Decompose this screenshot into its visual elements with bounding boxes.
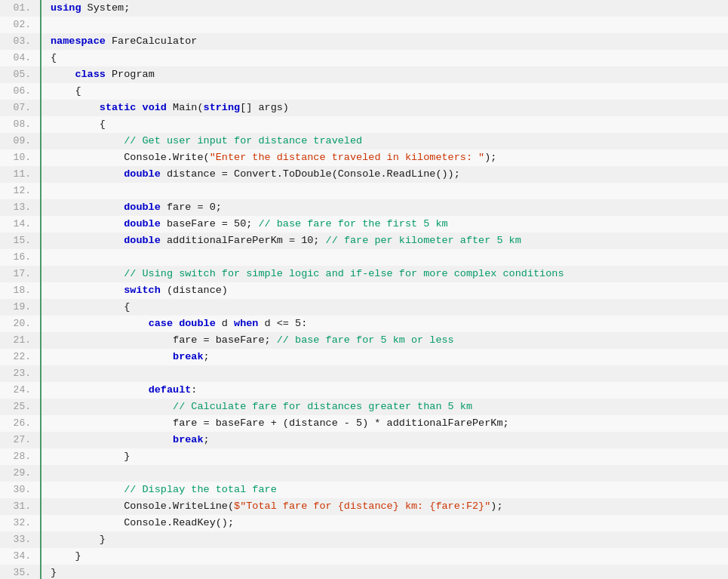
line-number: 02. [0, 17, 41, 33]
token-kw: class [75, 69, 106, 80]
token-normal: FareCalculator [106, 35, 198, 47]
line-number: 28. [0, 448, 41, 465]
line-content: { [41, 299, 728, 316]
line-content [41, 17, 728, 33]
code-line: 06. { [0, 83, 728, 100]
code-line: 29. [0, 465, 728, 482]
line-number: 06. [0, 83, 41, 100]
code-line: 01.using System; [0, 0, 728, 17]
line-number: 08. [0, 116, 41, 133]
token-normal [51, 318, 149, 329]
code-line: 23. [0, 365, 728, 382]
token-comment: // Display the total fare [124, 484, 277, 495]
code-line: 19. { [0, 299, 728, 316]
token-comment: // base fare for the first 5 km [258, 218, 447, 229]
code-line: 35.} [0, 565, 728, 579]
token-kw: string [204, 102, 241, 113]
code-line: 30. // Display the total fare [0, 482, 728, 498]
line-number: 19. [0, 299, 41, 316]
token-normal [51, 434, 173, 445]
line-content: double fare = 0; [41, 199, 728, 216]
line-content: double distance = Convert.ToDouble(Conso… [41, 166, 728, 183]
line-content: } [41, 548, 728, 565]
line-number: 31. [0, 498, 41, 515]
token-normal: d <= 5: [258, 318, 307, 329]
token-normal [51, 235, 124, 246]
code-line: 11. double distance = Convert.ToDouble(C… [0, 166, 728, 183]
token-normal: { [51, 119, 106, 130]
code-line: 03.namespace FareCalculator [0, 33, 728, 50]
token-kw: double [179, 318, 216, 329]
line-number: 24. [0, 382, 41, 399]
code-line: 24. default: [0, 382, 728, 399]
token-normal [51, 135, 124, 146]
code-line: 22. break; [0, 349, 728, 365]
token-normal [51, 484, 124, 495]
token-normal: [] args) [240, 102, 289, 113]
token-normal [51, 351, 173, 362]
token-comment: // fare per kilometer after 5 km [326, 235, 521, 246]
line-content: // Calculate fare for distances greater … [41, 399, 728, 415]
token-normal: ; [204, 434, 210, 445]
token-kw: default [149, 384, 192, 396]
token-kw: case [149, 318, 173, 329]
token-comment: // base fare for 5 km or less [277, 334, 454, 346]
line-content: Console.ReadKey(); [41, 515, 728, 531]
code-line: 05. class Program [0, 66, 728, 83]
token-normal: ); [490, 500, 502, 512]
token-kw: static [100, 102, 137, 113]
token-normal [51, 401, 173, 412]
line-number: 29. [0, 465, 41, 482]
line-content: { [41, 50, 728, 66]
token-normal: fare = baseFare + (distance - 5) * addit… [51, 417, 509, 429]
code-line: 28. } [0, 448, 728, 465]
line-number: 04. [0, 50, 41, 66]
code-line: 27. break; [0, 432, 728, 448]
line-content: break; [41, 349, 728, 365]
line-content: using System; [41, 0, 728, 17]
code-line: 08. { [0, 116, 728, 133]
token-normal: } [51, 534, 106, 545]
token-kw: double [124, 235, 161, 246]
token-normal [51, 168, 124, 180]
token-normal: d [216, 318, 234, 329]
token-normal: System; [81, 2, 131, 14]
token-normal: fare = 0; [161, 202, 222, 213]
token-normal: } [51, 567, 57, 578]
token-string: $"Total fare for {distance} km: {fare:F2… [234, 500, 490, 512]
code-line: 14. double baseFare = 50; // base fare f… [0, 216, 728, 233]
token-normal: Main( [167, 102, 204, 113]
line-number: 07. [0, 100, 41, 116]
code-line: 25. // Calculate fare for distances grea… [0, 399, 728, 415]
token-normal: } [51, 451, 130, 462]
token-normal: distance = Convert.ToDouble(Console.Read… [161, 168, 460, 180]
code-line: 15. double additionalFarePerKm = 10; // … [0, 233, 728, 249]
token-normal: baseFare = 50; [161, 218, 259, 229]
line-content: Console.WriteLine($"Total fare for {dist… [41, 498, 728, 515]
line-number: 21. [0, 332, 41, 349]
token-normal [51, 102, 100, 113]
line-content: // Using switch for simple logic and if-… [41, 266, 728, 282]
line-number: 25. [0, 399, 41, 415]
line-content: double baseFare = 50; // base fare for t… [41, 216, 728, 233]
line-content: // Display the total fare [41, 482, 728, 498]
token-normal: { [51, 52, 57, 63]
line-content: { [41, 116, 728, 133]
token-normal: (distance) [161, 285, 228, 296]
line-number: 27. [0, 432, 41, 448]
code-line: 31. Console.WriteLine($"Total fare for {… [0, 498, 728, 515]
code-editor: 01.using System;02.03.namespace FareCalc… [0, 0, 728, 579]
line-number: 22. [0, 349, 41, 365]
token-normal [51, 268, 124, 279]
code-line: 21. fare = baseFare; // base fare for 5 … [0, 332, 728, 349]
token-kw: using [51, 2, 81, 14]
code-line: 04.{ [0, 50, 728, 66]
token-normal: Console.Write( [51, 152, 210, 163]
line-content: namespace FareCalculator [41, 33, 728, 50]
code-line: 26. fare = baseFare + (distance - 5) * a… [0, 415, 728, 432]
code-line: 07. static void Main(string[] args) [0, 100, 728, 116]
line-content: static void Main(string[] args) [41, 100, 728, 116]
line-content: } [41, 531, 728, 548]
line-number: 05. [0, 66, 41, 83]
token-comment: // Get user input for distance traveled [124, 135, 362, 146]
